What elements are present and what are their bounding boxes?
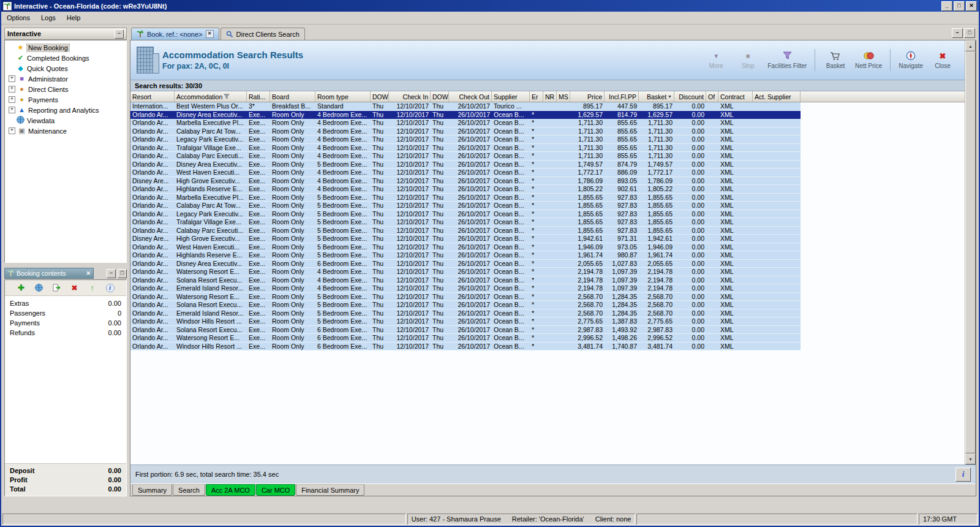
basket-button[interactable]: Basket	[820, 51, 851, 69]
sidebar-item-direct-clients[interactable]: +●Direct Clients	[5, 84, 126, 94]
result-row[interactable]: Orlando Ar...Solana Resort Execu...Exe..…	[130, 301, 801, 309]
expand-plus-icon[interactable]: +	[9, 127, 15, 134]
menu-options[interactable]: Options	[1, 13, 36, 23]
booking-row-passengers[interactable]: Passengers0	[5, 308, 126, 318]
stop-button[interactable]: ■Stop	[732, 51, 764, 69]
add-button[interactable]: ✚	[17, 283, 26, 293]
expand-plus-icon[interactable]: +	[9, 75, 15, 82]
tab-book-ref-none[interactable]: Book. ref.: <none>✕	[131, 28, 219, 40]
bottom-tab-acc-2a-mco[interactable]: Acc 2A MCO	[206, 484, 255, 496]
column-header-resort[interactable]: Resort	[130, 91, 175, 102]
result-row[interactable]: Orlando Ar...Watersong Resort E...Exe...…	[130, 268, 801, 276]
column-header-act-supplier[interactable]: Act. Supplier	[753, 91, 801, 102]
column-header-basket[interactable]: Basket▼	[639, 91, 674, 102]
sidebar-item-administrator[interactable]: +■Administrator	[5, 74, 126, 84]
menu-logs[interactable]: Logs	[36, 13, 61, 23]
result-row[interactable]: Orlando Ar...Legacy Park Executiv...Exe.…	[130, 210, 801, 219]
bottom-tab-car-mco[interactable]: Car MCO	[256, 484, 295, 496]
column-header-check-in[interactable]: Check In	[389, 91, 431, 102]
mdi-minimize-button[interactable]: −	[952, 28, 963, 38]
column-header-of[interactable]: Of	[706, 91, 718, 102]
info-button[interactable]: i	[105, 283, 115, 293]
sidebar-item-quick-quotes[interactable]: ◆Quick Quotes	[5, 63, 126, 74]
result-row[interactable]: Orlando Ar...Windsor Hills Resort ...Exe…	[130, 317, 801, 326]
result-row[interactable]: Orlando Ar...Marbella Executive Pl...Exe…	[130, 119, 801, 127]
scroll-up-icon[interactable]: ▲	[965, 40, 976, 51]
column-header-ms[interactable]: MS	[557, 91, 570, 102]
column-header-contract[interactable]: Contract	[718, 91, 753, 102]
result-row[interactable]: Orlando Ar...Watersong Resort E...Exe...…	[130, 334, 801, 343]
result-row[interactable]: Orlando Ar...Highlands Reserve E...Exe..…	[130, 185, 801, 194]
column-header-dow[interactable]: DOW	[371, 91, 389, 102]
booking-contents-titlebar[interactable]: Booking contents ✕	[4, 268, 94, 279]
result-row[interactable]: Orlando Ar...Calabay Parc At Tow...Exe..…	[130, 127, 801, 136]
result-row[interactable]: Orlando Ar...Disney Area Executiv...Exe.…	[130, 260, 801, 268]
sidebar-item-new-booking[interactable]: ★New Booking	[5, 42, 126, 53]
navigate-button[interactable]: Navigate	[895, 51, 927, 69]
column-header-supplier[interactable]: Supplier	[492, 91, 530, 102]
booking-row-extras[interactable]: Extras0.00	[5, 298, 126, 308]
result-row[interactable]: Orlando Ar...Watersong Resort E...Exe...…	[130, 293, 801, 301]
result-row[interactable]: Orlando Ar...Legacy Park Executiv...Exe.…	[130, 135, 801, 144]
result-row[interactable]: Orlando Ar...West Haven Executi...Exe...…	[130, 243, 801, 252]
column-header-discount[interactable]: Discount	[674, 91, 706, 102]
result-row[interactable]: Disney Are...High Grove Executiv...Exe..…	[130, 235, 801, 243]
result-row[interactable]: Orlando Ar...Solana Resort Execu...Exe..…	[130, 326, 801, 335]
booking-row-payments[interactable]: Payments0.00	[5, 318, 126, 328]
result-row[interactable]: Orlando Ar...Marbella Executive Pl...Exe…	[130, 194, 801, 202]
vertical-scrollbar[interactable]: ▲ ▼	[965, 40, 976, 464]
result-row[interactable]: Orlando Ar...West Haven Executi...Exe...…	[130, 169, 801, 177]
info-button[interactable]: i	[956, 468, 971, 482]
booking-close-icon[interactable]: ✕	[86, 270, 91, 276]
column-header-rati[interactable]: Rati...	[247, 91, 270, 102]
bottom-tab-search[interactable]: Search	[173, 484, 205, 496]
column-header-dow[interactable]: DOW	[431, 91, 449, 102]
sidebar-item-maintenance[interactable]: +▣Maintenance	[5, 126, 126, 136]
menu-help[interactable]: Help	[61, 13, 86, 23]
tab-direct-clients-search[interactable]: Direct Clients Search	[221, 28, 305, 40]
column-header-board[interactable]: Board	[270, 91, 315, 102]
booking-restore-button[interactable]: □	[118, 269, 127, 278]
sidebar-item-viewdata[interactable]: Viewdata	[5, 115, 126, 126]
delete-button[interactable]: ✖	[70, 283, 80, 293]
result-row[interactable]: Orlando Ar...Highlands Reserve E...Exe..…	[130, 251, 801, 260]
facilities-filter-button[interactable]: Facilities Filter	[764, 51, 810, 69]
result-row[interactable]: Orlando Ar...Trafalgar Village Exe...Exe…	[130, 218, 801, 227]
expand-plus-icon[interactable]: +	[9, 107, 15, 113]
sidebar-item-completed-bookings[interactable]: ✔Completed Bookings	[5, 53, 126, 63]
mdi-restore-button[interactable]: □	[964, 28, 975, 38]
result-row[interactable]: Orlando Ar...Calabay Parc Executi...Exe.…	[130, 152, 801, 161]
column-header-room-type[interactable]: Room type	[315, 91, 371, 102]
bottom-tab-financial-summary[interactable]: Financial Summary	[296, 484, 364, 496]
close-button[interactable]: ✕	[966, 1, 977, 11]
filter-icon[interactable]	[224, 94, 230, 99]
collapse-panel-button[interactable]: −	[115, 29, 124, 39]
expand-plus-icon[interactable]: +	[9, 96, 15, 103]
result-row[interactable]: Orlando Ar...Disney Area Executiv...Exe.…	[130, 161, 801, 169]
nett-price-button[interactable]: Nett Price	[851, 51, 886, 69]
tab-close-icon[interactable]: ✕	[206, 30, 214, 38]
result-row[interactable]: Orlando Ar...Emerald Island Resor...Exe.…	[130, 309, 801, 318]
expand-plus-icon[interactable]: +	[9, 86, 15, 93]
scroll-down-icon[interactable]: ▼	[965, 453, 976, 464]
result-row[interactable]: Orlando Ar...Trafalgar Village Exe...Exe…	[130, 144, 801, 153]
column-header-check-out[interactable]: Check Out	[449, 91, 492, 102]
close-button[interactable]: ✖Close	[927, 51, 959, 69]
result-row[interactable]: Orlando Ar...Windsor Hills Resort ...Exe…	[130, 343, 801, 351]
booking-minimize-button[interactable]: −	[107, 269, 116, 278]
result-row[interactable]: Orlando Ar...Calabay Parc Executi...Exe.…	[130, 227, 801, 235]
result-row[interactable]: Disney Are...High Grove Executiv...Exe..…	[130, 177, 801, 186]
booking-row-refunds[interactable]: Refunds0.00	[5, 328, 126, 338]
column-header-price[interactable]: Price	[570, 91, 605, 102]
globe-button[interactable]	[34, 283, 44, 293]
bottom-tab-summary[interactable]: Summary	[132, 484, 172, 496]
sidebar-item-payments[interactable]: +●Payments	[5, 94, 126, 105]
result-row[interactable]: Orlando Ar...Calabay Parc At Tow...Exe..…	[130, 202, 801, 210]
column-header-nr[interactable]: NR	[543, 91, 557, 102]
more-button[interactable]: ▼More	[700, 51, 732, 69]
scrollbar-thumb[interactable]	[965, 51, 976, 453]
minimize-button[interactable]: _	[941, 1, 952, 11]
result-row[interactable]: Orlando Ar...Emerald Island Resor...Exe.…	[130, 284, 801, 293]
upload-button[interactable]: ↑	[88, 283, 97, 293]
column-header-incl-fl-pp[interactable]: Incl.Fl.PP	[605, 91, 639, 102]
